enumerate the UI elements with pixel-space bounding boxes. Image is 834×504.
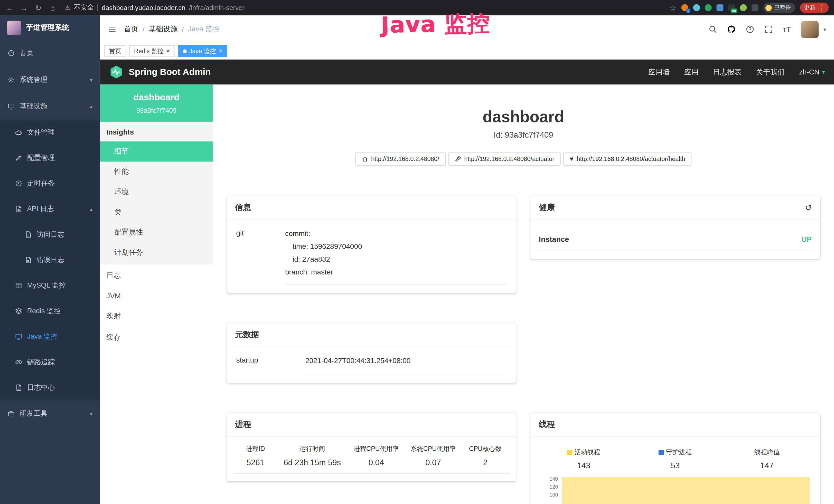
avatar[interactable] — [801, 21, 818, 38]
breadcrumb-infra[interactable]: 基础设施 — [149, 24, 177, 34]
sba-logo-icon — [109, 65, 124, 79]
sba-item-classes[interactable]: 类 — [100, 202, 213, 222]
github-icon[interactable] — [727, 25, 736, 33]
instance-header[interactable]: dashboard 93a3fc7f7409 — [100, 85, 213, 122]
home-icon[interactable]: ⌂ — [48, 3, 57, 12]
sidebar-item-label: 系统管理 — [20, 75, 47, 85]
paused-chip[interactable]: 已暂停 — [763, 3, 795, 13]
sidebar-item-api-log[interactable]: API 日志 ▴ — [0, 196, 100, 222]
address-bar[interactable]: ⚠ 不安全 dashboard.yudao.iocoder.cn/infra/a… — [65, 3, 664, 12]
sba-item-environment[interactable]: 环境 — [100, 182, 213, 202]
sba-nav-wallboard[interactable]: 应用墙 — [648, 67, 670, 77]
sidebar-item-redis[interactable]: Redis 监控 — [0, 298, 100, 324]
eye-icon — [15, 359, 22, 366]
instance-name: dashboard — [105, 92, 207, 103]
orange-extension-icon[interactable]: 1 — [681, 4, 688, 11]
close-icon[interactable]: × — [166, 48, 170, 54]
process-card: 进程 进程ID 运行时间 进程CPU使用率 系统CPU使用率 CPU核心数 — [226, 413, 517, 481]
y-axis-tick: 100 — [538, 492, 558, 498]
locale-select[interactable]: zh-CN ▾ — [799, 68, 825, 76]
forward-icon[interactable]: → — [20, 3, 28, 12]
proxy-extension-icon[interactable]: on — [728, 4, 735, 11]
sba-item-jvm[interactable]: JVM — [100, 286, 213, 306]
sidebar-item-config[interactable]: 配置管理 — [0, 145, 100, 170]
sba-brand[interactable]: Spring Boot Admin — [109, 65, 211, 79]
active-threads-swatch — [567, 450, 572, 455]
tab-redis-monitor[interactable]: Redis 监控 × — [129, 45, 175, 57]
cell-value: 147 — [721, 461, 813, 470]
tab-home[interactable]: 首页 — [104, 45, 126, 57]
breadcrumb-home[interactable]: 首页 — [124, 24, 138, 34]
cell-value: 0.07 — [405, 458, 462, 467]
legend-label: 线程峰值 — [754, 448, 780, 457]
sidebar-item-trace[interactable]: 链路追踪 — [0, 349, 100, 375]
sidebar-item-job[interactable]: 定时任务 — [0, 171, 100, 196]
tab-label: Redis 监控 — [134, 47, 163, 55]
chevron-down-icon: ▾ — [822, 69, 825, 75]
sidebar-item-access-log[interactable]: 访问日志 — [0, 222, 100, 247]
edit-icon — [15, 154, 22, 162]
tab-java-monitor[interactable]: Java 监控 × — [178, 45, 227, 57]
instance-id: 93a3fc7f7409 — [105, 107, 207, 114]
sidebar-item-log-center[interactable]: 日志中心 — [0, 375, 100, 400]
sidebar-item-file[interactable]: 文件管理 — [0, 120, 100, 145]
sidebar-item-infra[interactable]: 基础设施 ▴ — [0, 93, 100, 120]
sba-sidebar: dashboard 93a3fc7f7409 Insights 细节 性能 环境… — [100, 85, 213, 504]
blue-grid-extension-icon[interactable] — [716, 4, 723, 11]
search-icon[interactable] — [708, 25, 717, 33]
sba-item-config-props[interactable]: 配置属性 — [100, 222, 213, 243]
process-table-header: 进程ID 运行时间 进程CPU使用率 系统CPU使用率 CPU核心数 — [234, 444, 509, 453]
sba-nav-journal[interactable]: 日志报表 — [713, 67, 742, 77]
pin-extension-icon[interactable] — [751, 4, 758, 11]
sidebar-item-label: 错误日志 — [37, 255, 64, 265]
green-check-extension-icon[interactable] — [705, 4, 711, 11]
sidebar-item-error-log[interactable]: 错误日志 — [0, 247, 100, 273]
cell-value: 0.04 — [348, 458, 405, 467]
breadcrumb-current: Java 监控 — [188, 24, 220, 34]
sidebar-item-devtools[interactable]: 研发工具 ▾ — [0, 400, 100, 427]
sidebar-item-home[interactable]: 首页 — [0, 40, 100, 67]
spring-boot-admin: Spring Boot Admin 应用墙 应用 日志报表 关于我们 zh-CN… — [100, 60, 834, 504]
menu-kebab-icon[interactable]: ⋮ — [818, 4, 825, 12]
drop-extension-icon[interactable] — [693, 4, 700, 11]
leaf-extension-icon[interactable] — [740, 4, 747, 11]
metadata-card: 元数据 startup 2021-04-27T00:44:31.254+08:0… — [226, 323, 517, 383]
question-icon[interactable] — [745, 25, 754, 33]
sidebar-item-mysql[interactable]: MySQL 监控 — [0, 273, 100, 298]
column-header: 进程ID — [234, 444, 277, 453]
update-button[interactable]: 更新⋮ — [800, 3, 829, 13]
sba-item-metrics[interactable]: 性能 — [100, 162, 213, 182]
extension-badge: 1 — [686, 8, 690, 13]
active-dot — [183, 49, 186, 53]
sidebar-item-system[interactable]: 系统管理 ▾ — [0, 67, 100, 93]
sba-item-mappings[interactable]: 映射 — [100, 306, 213, 327]
breadcrumb-separator: / — [142, 25, 145, 33]
sba-item-details[interactable]: 细节 — [100, 141, 213, 162]
fullscreen-icon[interactable] — [764, 25, 773, 33]
health-row-instance: Instance UP — [539, 235, 812, 250]
back-icon[interactable]: ← — [5, 3, 14, 12]
history-icon[interactable]: ↺ — [805, 203, 812, 212]
hamburger-icon[interactable] — [108, 25, 116, 33]
actuator-url-link[interactable]: http://192.168.0.2:48080/actuator — [448, 152, 561, 166]
app-logo[interactable]: 芋道管理系统 — [0, 16, 100, 40]
status-badge: UP — [802, 235, 812, 244]
sba-item-caches[interactable]: 缓存 — [100, 327, 213, 348]
sba-nav-about[interactable]: 关于我们 — [756, 67, 785, 77]
security-label[interactable]: 不安全 — [74, 3, 94, 12]
bookmark-star-icon[interactable]: ☆ — [670, 3, 676, 12]
legend-label: 活动线程 — [575, 448, 600, 457]
cloud-icon — [15, 129, 22, 136]
font-size-icon[interactable]: тT — [783, 25, 791, 33]
service-url-link[interactable]: http://192.168.0.2:48080/ — [355, 152, 446, 166]
sba-item-scheduled-tasks[interactable]: 计划任务 — [100, 243, 213, 263]
sba-item-logs[interactable]: 日志 — [100, 265, 213, 286]
sba-nav-links: 应用墙 应用 日志报表 关于我们 zh-CN ▾ — [648, 67, 825, 77]
refresh-icon[interactable]: ↻ — [34, 3, 43, 12]
main-column: 首页 / 基础设施 / Java 监控 тT ▾ — [100, 16, 834, 504]
divider — [97, 4, 98, 11]
sidebar-item-java[interactable]: Java 监控 — [0, 324, 100, 349]
health-url-link[interactable]: ♥ http://192.168.0.2:48080/actuator/heal… — [563, 152, 692, 166]
close-icon[interactable]: × — [219, 48, 222, 54]
sba-nav-applications[interactable]: 应用 — [684, 67, 699, 77]
